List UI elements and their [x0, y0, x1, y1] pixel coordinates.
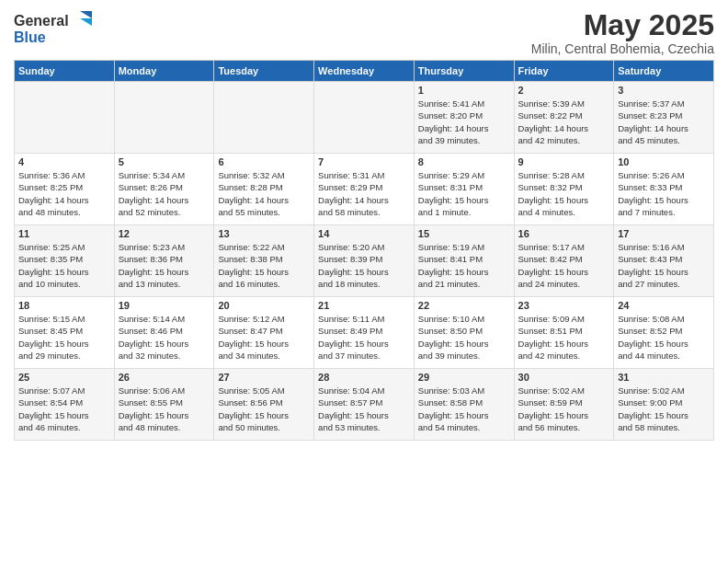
info-line: Sunset: 8:33 PM	[618, 182, 682, 192]
info-line: Sunset: 8:22 PM	[518, 110, 583, 121]
day-info: Sunrise: 5:37 AMSunset: 8:23 PMDaylight:…	[618, 98, 710, 146]
info-line: Sunset: 8:31 PM	[418, 182, 483, 192]
header-row: Sunday Monday Tuesday Wednesday Thursday…	[15, 61, 714, 82]
info-line: Sunset: 8:29 PM	[318, 182, 382, 192]
day-number: 13	[218, 228, 310, 239]
day-info: Sunrise: 5:02 AMSunset: 9:00 PMDaylight:…	[618, 385, 710, 433]
cell-w2-d6: 9Sunrise: 5:28 AMSunset: 8:32 PMDaylight…	[514, 154, 614, 225]
info-line: and 46 minutes.	[18, 422, 81, 432]
info-line: Daylight: 15 hours	[518, 195, 589, 205]
info-line: Daylight: 15 hours	[18, 267, 89, 277]
info-line: Sunrise: 5:23 AM	[119, 242, 185, 252]
day-info: Sunrise: 5:05 AMSunset: 8:56 PMDaylight:…	[218, 385, 310, 433]
cell-w2-d3: 6Sunrise: 5:32 AMSunset: 8:28 PMDaylight…	[214, 154, 314, 225]
col-monday: Monday	[114, 61, 214, 82]
info-line: and 48 minutes.	[119, 422, 181, 432]
info-line: Daylight: 14 hours	[18, 195, 89, 205]
info-line: Sunset: 8:25 PM	[18, 182, 83, 192]
info-line: Sunrise: 5:09 AM	[518, 314, 585, 324]
info-line: Sunset: 8:32 PM	[518, 182, 583, 192]
day-number: 29	[418, 372, 510, 383]
info-line: Sunset: 8:45 PM	[18, 326, 83, 336]
day-info: Sunrise: 5:14 AMSunset: 8:46 PMDaylight:…	[119, 313, 210, 362]
day-number: 18	[18, 300, 110, 311]
info-line: Sunrise: 5:02 AM	[618, 385, 684, 396]
cell-w4-d3: 20Sunrise: 5:12 AMSunset: 8:47 PMDayligh…	[214, 297, 314, 369]
cell-w1-d6: 2Sunrise: 5:39 AMSunset: 8:22 PMDaylight…	[514, 82, 614, 154]
page-container: General Blue May 2025 Milin, Central Boh…	[0, 0, 728, 448]
cell-w1-d4	[314, 82, 415, 154]
info-line: and 39 minutes.	[418, 350, 481, 361]
day-number: 11	[18, 228, 110, 239]
info-line: Sunset: 8:56 PM	[218, 397, 282, 408]
info-line: Daylight: 15 hours	[418, 410, 489, 420]
day-info: Sunrise: 5:29 AMSunset: 8:31 PMDaylight:…	[418, 169, 510, 218]
info-line: Sunrise: 5:22 AM	[218, 242, 284, 252]
day-number: 10	[618, 156, 710, 167]
day-number: 2	[518, 85, 610, 96]
info-line: Sunset: 8:43 PM	[618, 254, 682, 264]
info-line: Daylight: 15 hours	[418, 195, 489, 205]
info-line: and 55 minutes.	[218, 207, 280, 217]
cell-w2-d1: 4Sunrise: 5:36 AMSunset: 8:25 PMDaylight…	[15, 154, 115, 225]
cell-w3-d4: 14Sunrise: 5:20 AMSunset: 8:39 PMDayligh…	[314, 225, 415, 297]
info-line: and 42 minutes.	[518, 135, 581, 145]
info-line: Sunset: 8:51 PM	[518, 326, 583, 336]
cell-w1-d2	[114, 82, 214, 154]
cell-w5-d2: 26Sunrise: 5:06 AMSunset: 8:55 PMDayligh…	[114, 369, 214, 441]
info-line: Daylight: 15 hours	[119, 339, 189, 349]
day-number: 22	[418, 300, 510, 311]
day-number: 7	[318, 156, 410, 167]
day-info: Sunrise: 5:09 AMSunset: 8:51 PMDaylight:…	[518, 313, 610, 362]
cell-w4-d4: 21Sunrise: 5:11 AMSunset: 8:49 PMDayligh…	[314, 297, 415, 369]
info-line: Sunrise: 5:37 AM	[618, 98, 684, 109]
day-info: Sunrise: 5:39 AMSunset: 8:22 PMDaylight:…	[518, 98, 610, 146]
info-line: Sunset: 8:58 PM	[418, 397, 483, 408]
day-info: Sunrise: 5:32 AMSunset: 8:28 PMDaylight:…	[218, 169, 310, 218]
day-number: 27	[218, 372, 310, 383]
cell-w2-d2: 5Sunrise: 5:34 AMSunset: 8:26 PMDaylight…	[114, 154, 214, 225]
info-line: and 1 minute.	[418, 207, 472, 217]
day-info: Sunrise: 5:23 AMSunset: 8:36 PMDaylight:…	[119, 241, 210, 290]
day-info: Sunrise: 5:08 AMSunset: 8:52 PMDaylight:…	[618, 313, 710, 362]
info-line: Sunset: 8:28 PM	[218, 182, 282, 192]
info-line: Sunrise: 5:36 AM	[18, 170, 85, 180]
week-row-4: 18Sunrise: 5:15 AMSunset: 8:45 PMDayligh…	[15, 297, 714, 369]
header: General Blue May 2025 Milin, Central Boh…	[14, 9, 714, 56]
info-line: and 4 minutes.	[518, 207, 575, 217]
day-number: 24	[618, 300, 710, 311]
day-info: Sunrise: 5:28 AMSunset: 8:32 PMDaylight:…	[518, 169, 610, 218]
day-info: Sunrise: 5:25 AMSunset: 8:35 PMDaylight:…	[18, 241, 110, 290]
col-wednesday: Wednesday	[314, 61, 415, 82]
cell-w5-d6: 30Sunrise: 5:02 AMSunset: 8:59 PMDayligh…	[514, 369, 614, 441]
info-line: and 21 minutes.	[418, 279, 481, 289]
info-line: Daylight: 14 hours	[318, 195, 389, 205]
info-line: and 10 minutes.	[18, 279, 81, 289]
calendar-table: Sunday Monday Tuesday Wednesday Thursday…	[14, 60, 714, 441]
cell-w3-d5: 15Sunrise: 5:19 AMSunset: 8:41 PMDayligh…	[414, 225, 514, 297]
info-line: Sunset: 8:26 PM	[119, 182, 183, 192]
day-info: Sunrise: 5:11 AMSunset: 8:49 PMDaylight:…	[318, 313, 410, 362]
info-line: Sunset: 8:23 PM	[618, 110, 682, 121]
cell-w3-d6: 16Sunrise: 5:17 AMSunset: 8:42 PMDayligh…	[514, 225, 614, 297]
info-line: Daylight: 15 hours	[318, 267, 389, 277]
cell-w5-d4: 28Sunrise: 5:04 AMSunset: 8:57 PMDayligh…	[314, 369, 415, 441]
info-line: Sunrise: 5:29 AM	[418, 170, 484, 180]
day-info: Sunrise: 5:26 AMSunset: 8:33 PMDaylight:…	[618, 169, 710, 218]
info-line: Daylight: 14 hours	[418, 123, 489, 133]
info-line: Sunrise: 5:39 AM	[518, 98, 585, 109]
info-line: Sunrise: 5:02 AM	[518, 385, 585, 396]
info-line: Daylight: 15 hours	[218, 410, 289, 420]
day-info: Sunrise: 5:06 AMSunset: 8:55 PMDaylight:…	[119, 385, 210, 433]
info-line: and 29 minutes.	[18, 350, 81, 361]
info-line: and 52 minutes.	[119, 207, 181, 217]
info-line: Sunrise: 5:06 AM	[119, 385, 185, 396]
cell-w3-d7: 17Sunrise: 5:16 AMSunset: 8:43 PMDayligh…	[614, 225, 714, 297]
cell-w5-d5: 29Sunrise: 5:03 AMSunset: 8:58 PMDayligh…	[414, 369, 514, 441]
info-line: Sunrise: 5:15 AM	[18, 314, 85, 324]
info-line: Daylight: 15 hours	[618, 339, 688, 349]
info-line: Sunrise: 5:25 AM	[18, 242, 85, 252]
cell-w1-d5: 1Sunrise: 5:41 AMSunset: 8:20 PMDaylight…	[414, 82, 514, 154]
day-number: 8	[418, 156, 510, 167]
info-line: Sunrise: 5:26 AM	[618, 170, 684, 180]
